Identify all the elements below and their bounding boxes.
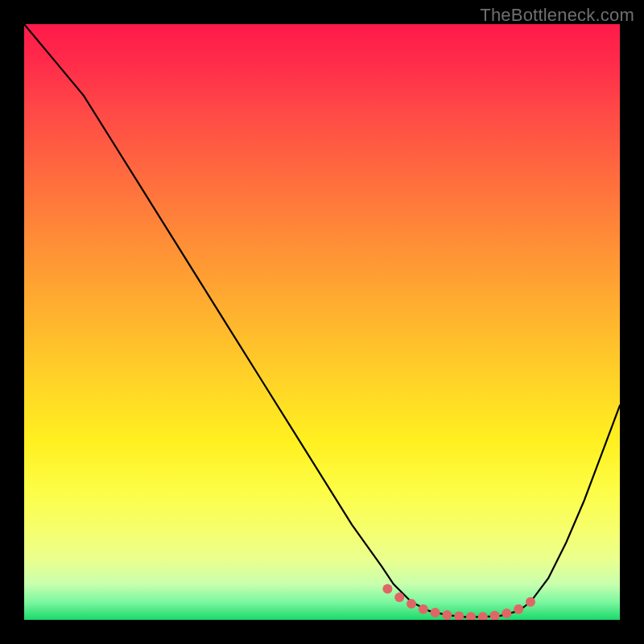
optimal-marker <box>382 584 392 594</box>
optimal-marker <box>514 605 523 614</box>
optimal-marker <box>478 612 488 620</box>
chart-plot-area <box>24 24 620 620</box>
optimal-marker <box>490 611 500 620</box>
optimal-marker <box>431 608 440 617</box>
optimal-marker <box>466 612 476 620</box>
optimal-marker <box>407 599 416 609</box>
chart-svg <box>24 24 620 620</box>
optimal-marker <box>419 605 428 614</box>
optimal-zone-markers <box>382 584 535 621</box>
bottleneck-curve <box>24 24 620 617</box>
optimal-marker <box>454 612 464 620</box>
optimal-marker <box>526 597 535 607</box>
optimal-marker <box>502 609 511 618</box>
watermark-label: TheBottleneck.com <box>480 5 634 26</box>
chart-frame: TheBottleneck.com <box>0 0 644 644</box>
optimal-marker <box>442 610 452 620</box>
optimal-marker <box>394 592 404 602</box>
